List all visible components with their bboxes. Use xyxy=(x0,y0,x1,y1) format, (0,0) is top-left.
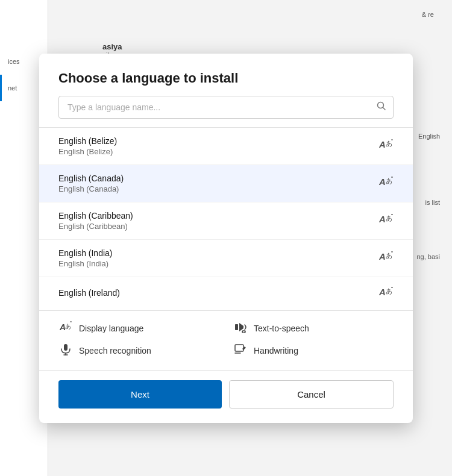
language-native-belize: English (Belize) xyxy=(58,147,117,156)
language-font-icon-belize: A あ xyxy=(379,138,394,154)
text-to-speech-label: Text-to-speech xyxy=(254,324,309,333)
svg-text:A: A xyxy=(379,139,386,149)
modal-footer: Next Cancel xyxy=(39,371,413,423)
language-native-canada: English (Canada) xyxy=(58,184,124,193)
language-font-icon-india: A あ xyxy=(379,250,394,266)
svg-rect-20 xyxy=(235,324,238,330)
language-font-icon-canada: A あ xyxy=(379,175,394,192)
handwriting-label: Handwriting xyxy=(254,346,298,355)
language-name-canada: English (Canada) xyxy=(58,174,124,183)
language-list: English (Belize) English (Belize) A あ En… xyxy=(39,128,413,311)
feature-text-to-speech: Text-to-speech xyxy=(233,321,394,337)
feature-speech-recognition: Speech recognition xyxy=(58,343,219,359)
feature-handwriting: Handwriting xyxy=(233,343,394,359)
mic-icon xyxy=(58,343,73,359)
language-name-caribbean: English (Caribbean) xyxy=(58,211,133,221)
language-search-input[interactable] xyxy=(58,96,394,119)
language-name-ireland: English (Ireland) xyxy=(58,288,120,298)
pen-icon xyxy=(233,343,248,359)
svg-text:あ: あ xyxy=(386,287,392,295)
language-name-belize: English (Belize) xyxy=(58,136,117,146)
svg-text:A: A xyxy=(379,287,386,297)
svg-text:A: A xyxy=(379,251,386,261)
svg-text:あ: あ xyxy=(386,252,392,259)
font-icon: A あ xyxy=(58,321,73,337)
cancel-button[interactable]: Cancel xyxy=(229,380,394,409)
language-item-india[interactable]: English (India) English (India) A あ xyxy=(39,240,413,277)
modal-search-container xyxy=(58,96,394,119)
speaker-icon xyxy=(233,321,248,337)
speech-recognition-label: Speech recognition xyxy=(79,346,151,355)
language-item-canada[interactable]: English (Canada) English (Canada) A あ xyxy=(39,165,413,202)
language-item-caribbean[interactable]: English (Caribbean) English (Caribbean) … xyxy=(39,202,413,240)
language-font-icon-caribbean: A あ xyxy=(379,213,394,229)
svg-text:あ: あ xyxy=(65,323,71,330)
language-font-icon-ireland: A あ xyxy=(379,286,394,302)
svg-text:A: A xyxy=(379,177,386,187)
svg-rect-26 xyxy=(235,345,243,351)
svg-rect-23 xyxy=(64,344,67,351)
display-language-label: Display language xyxy=(79,324,143,333)
features-section: A あ Display language xyxy=(39,311,413,371)
svg-text:あ: あ xyxy=(386,215,392,222)
language-item-belize[interactable]: English (Belize) English (Belize) A あ xyxy=(39,128,413,165)
svg-text:あ: あ xyxy=(386,140,392,147)
language-native-caribbean: English (Caribbean) xyxy=(58,222,133,231)
next-button[interactable]: Next xyxy=(58,380,222,409)
modal-header: Choose a language to install xyxy=(39,54,413,96)
language-item-ireland[interactable]: English (Ireland) A あ xyxy=(39,277,413,310)
svg-text:あ: あ xyxy=(386,177,392,184)
feature-display-language: A あ Display language xyxy=(58,321,219,337)
svg-point-22 xyxy=(243,331,244,332)
modal-backdrop: Choose a language to install English (Be… xyxy=(0,0,452,476)
svg-text:A: A xyxy=(379,214,386,224)
language-name-india: English (India) xyxy=(58,248,113,258)
language-native-india: English (India) xyxy=(58,259,113,268)
modal-title: Choose a language to install xyxy=(58,70,394,86)
language-install-dialog: Choose a language to install English (Be… xyxy=(39,54,413,423)
